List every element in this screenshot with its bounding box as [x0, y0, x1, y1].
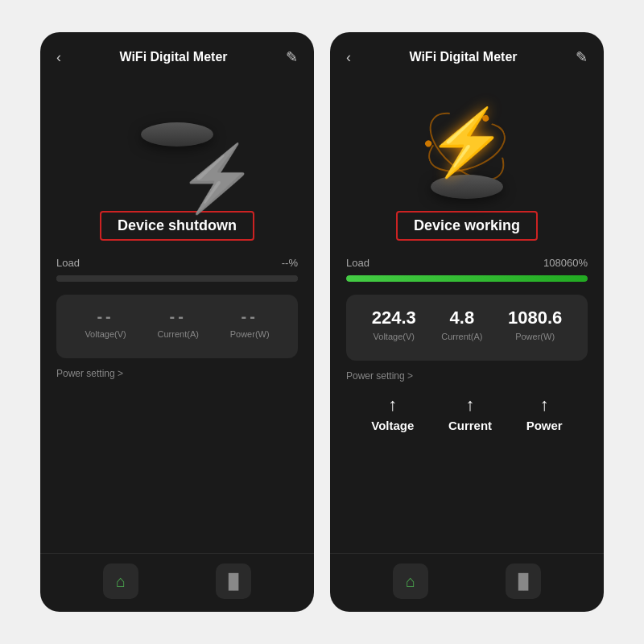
- right-load-label: Load: [346, 257, 369, 269]
- right-bottom-nav: ⌂ ▐▌: [330, 553, 604, 612]
- right-back-button[interactable]: ‹: [346, 49, 351, 66]
- left-load-row: Load --%: [56, 257, 298, 269]
- right-power-metric: 1080.6 Power(W): [508, 308, 562, 341]
- left-bottom-nav: ⌂ ▐▌: [40, 553, 314, 612]
- right-device-icon-area: [346, 82, 588, 211]
- right-phone-card: ‹ WiFi Digital Meter ✎ Device wo: [330, 32, 604, 612]
- left-voltage-value: --: [97, 308, 114, 326]
- right-voltage-value: 224.3: [372, 308, 416, 328]
- left-header: ‹ WiFi Digital Meter ✎: [40, 32, 314, 74]
- power-arrow-icon: ↑: [540, 394, 549, 415]
- left-chart-nav-button[interactable]: ▐▌: [216, 564, 251, 599]
- left-phone-card: ‹ WiFi Digital Meter ✎ Device shutdown L…: [40, 32, 314, 612]
- right-title: WiFi Digital Meter: [409, 50, 517, 64]
- right-current-value: 4.8: [450, 308, 475, 328]
- left-current-value: --: [170, 308, 187, 326]
- left-metrics-row: -- Voltage(V) -- Current(A) -- Power(W): [69, 308, 285, 339]
- right-content: Device working Load 108060% 224.3 Voltag…: [330, 74, 604, 553]
- annotation-arrows-row: ↑ Voltage ↑ Current ↑ Power: [346, 394, 588, 432]
- right-device-icon: [427, 110, 507, 183]
- left-current-label: Current(A): [158, 329, 199, 339]
- current-arrow-icon: ↑: [466, 394, 475, 415]
- left-power-value: --: [241, 308, 258, 326]
- power-annotation-label: Power: [526, 419, 563, 432]
- left-power-label: Power(W): [230, 329, 270, 339]
- voltage-arrow-icon: ↑: [388, 394, 397, 415]
- right-home-icon: ⌂: [406, 572, 415, 591]
- right-panel-wrapper: ‹ WiFi Digital Meter ✎ Device wo: [330, 32, 604, 612]
- left-bar-chart-icon: ▐▌: [223, 573, 244, 590]
- right-status-badge: Device working: [396, 211, 538, 241]
- right-header: ‹ WiFi Digital Meter ✎: [330, 32, 604, 74]
- left-load-value: --%: [282, 257, 298, 269]
- left-device-icon-area: [56, 82, 298, 211]
- right-load-row: Load 108060%: [346, 257, 588, 269]
- left-voltage-label: Voltage(V): [85, 329, 126, 339]
- right-voltage-label: Voltage(V): [374, 332, 415, 341]
- right-chart-nav-button[interactable]: ▐▌: [506, 564, 541, 599]
- power-annotation: ↑ Power: [526, 394, 563, 432]
- current-annotation: ↑ Current: [448, 394, 492, 432]
- right-metrics-card: 224.3 Voltage(V) 4.8 Current(A) 1080.6 P…: [346, 295, 588, 361]
- voltage-annotation-label: Voltage: [371, 419, 414, 432]
- left-progress-bar: [56, 275, 298, 282]
- left-back-button[interactable]: ‹: [56, 49, 61, 66]
- right-home-nav-button[interactable]: ⌂: [393, 564, 428, 599]
- left-home-nav-button[interactable]: ⌂: [103, 564, 138, 599]
- left-metrics-card: -- Voltage(V) -- Current(A) -- Power(W): [56, 295, 298, 358]
- right-current-metric: 4.8 Current(A): [441, 308, 482, 341]
- left-status-badge: Device shutdown: [100, 211, 254, 241]
- left-load-label: Load: [56, 257, 80, 269]
- right-edit-button[interactable]: ✎: [576, 48, 588, 66]
- left-current-metric: -- Current(A): [158, 308, 199, 339]
- right-power-value: 1080.6: [508, 308, 562, 328]
- left-title: WiFi Digital Meter: [119, 50, 227, 64]
- right-power-label: Power(W): [515, 332, 555, 341]
- right-bar-chart-icon: ▐▌: [513, 573, 534, 590]
- right-voltage-metric: 224.3 Voltage(V): [372, 308, 416, 341]
- right-current-label: Current(A): [441, 332, 482, 341]
- left-home-icon: ⌂: [116, 572, 126, 591]
- left-power-metric: -- Power(W): [230, 308, 270, 339]
- left-voltage-metric: -- Voltage(V): [85, 308, 126, 339]
- left-power-setting[interactable]: Power setting >: [56, 368, 298, 379]
- current-annotation-label: Current: [448, 419, 492, 432]
- right-progress-fill: [346, 275, 588, 282]
- left-content: Device shutdown Load --% -- Voltage(V) -…: [40, 74, 314, 553]
- left-edit-button[interactable]: ✎: [286, 48, 298, 66]
- voltage-annotation: ↑ Voltage: [371, 394, 414, 432]
- left-progress-fill: [56, 275, 298, 282]
- lightning-bolt-orange: [427, 110, 507, 183]
- right-progress-bar: [346, 275, 588, 282]
- right-load-value: 108060%: [543, 257, 588, 269]
- right-power-setting[interactable]: Power setting >: [346, 370, 588, 382]
- right-metrics-row: 224.3 Voltage(V) 4.8 Current(A) 1080.6 P…: [359, 308, 575, 341]
